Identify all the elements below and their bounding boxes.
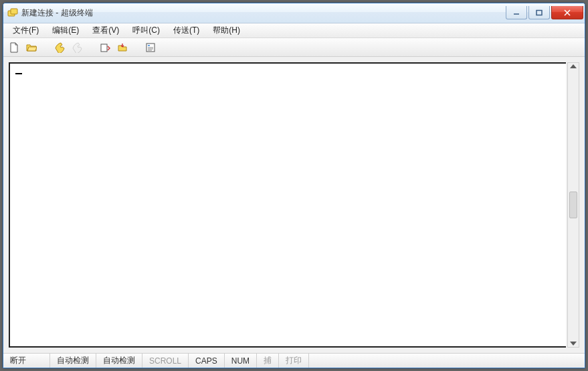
- scroll-down-icon[interactable]: [570, 342, 577, 346]
- menu-edit[interactable]: 编辑(E): [45, 23, 86, 38]
- receive-file-icon[interactable]: [116, 41, 129, 54]
- status-scroll: SCROLL: [142, 354, 189, 368]
- svg-rect-1: [11, 9, 17, 14]
- status-capture: 捕: [257, 354, 279, 368]
- menu-bar: 文件(F) 编辑(E) 查看(V) 呼叫(C) 传送(T) 帮助(H): [3, 23, 585, 38]
- window-controls: [506, 6, 583, 19]
- toolbar: [3, 38, 585, 57]
- vertical-scrollbar[interactable]: [567, 62, 579, 348]
- status-num: NUM: [225, 354, 257, 368]
- terminal-output[interactable]: [9, 62, 566, 348]
- phone-disconnect-icon[interactable]: [70, 41, 84, 54]
- properties-icon[interactable]: [144, 41, 157, 54]
- new-file-icon[interactable]: [7, 41, 21, 54]
- menu-file[interactable]: 文件(F): [6, 23, 45, 38]
- maximize-button[interactable]: [528, 6, 550, 19]
- status-caps: CAPS: [189, 354, 225, 368]
- svg-rect-3: [536, 10, 542, 15]
- menu-transfer[interactable]: 传送(T): [167, 23, 206, 38]
- minimize-button[interactable]: [506, 6, 527, 19]
- phone-connect-icon[interactable]: [53, 41, 66, 54]
- menu-help[interactable]: 帮助(H): [206, 23, 247, 38]
- terminal-cursor: [15, 73, 22, 74]
- svg-rect-8: [148, 45, 150, 46]
- window-title: 新建连接 - 超级终端: [21, 7, 93, 19]
- client-area: [3, 57, 585, 353]
- status-autodetect-1: 自动检测: [50, 354, 96, 368]
- status-autodetect-2: 自动检测: [96, 354, 142, 368]
- status-bar: 断开 自动检测 自动检测 SCROLL CAPS NUM 捕 打印: [3, 353, 585, 368]
- send-file-icon[interactable]: [98, 41, 112, 54]
- close-button[interactable]: [551, 6, 583, 19]
- menu-call[interactable]: 呼叫(C): [126, 23, 167, 38]
- menu-view[interactable]: 查看(V): [86, 23, 126, 38]
- title-bar: 新建连接 - 超级终端: [3, 3, 585, 23]
- scroll-up-icon[interactable]: [570, 64, 577, 68]
- open-folder-icon[interactable]: [25, 41, 38, 54]
- scroll-thumb[interactable]: [569, 192, 577, 218]
- status-connection: 断开: [3, 354, 50, 368]
- status-print: 打印: [279, 354, 309, 368]
- svg-rect-6: [101, 44, 107, 52]
- app-window: 新建连接 - 超级终端 文件(F) 编辑(E) 查看(V) 呼叫(C) 传送(T…: [3, 3, 585, 368]
- app-icon: [7, 8, 18, 19]
